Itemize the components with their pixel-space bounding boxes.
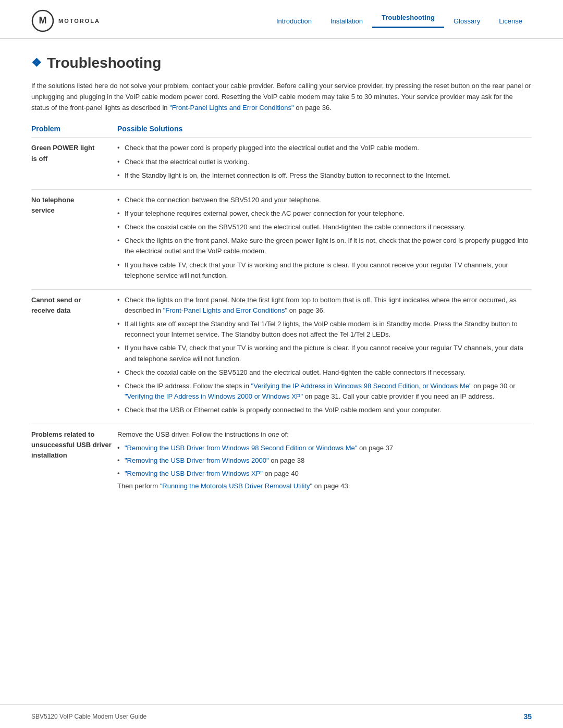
list-item: Check the coaxial cable on the SBV5120 a…	[117, 222, 532, 232]
nav-license[interactable]: License	[489, 17, 532, 25]
list-item: If the Standby light is on, the Internet…	[117, 170, 532, 181]
col-problem-header: Problem	[31, 125, 117, 138]
table-row: Green POWER lightis off Check that the p…	[31, 138, 532, 189]
problem-label: Green POWER lightis off	[31, 138, 117, 189]
list-item: If you have cable TV, check that your TV…	[117, 343, 532, 364]
page-title: Troubleshooting	[47, 55, 161, 71]
page-header: M MOTOROLA Introduction Installation Tro…	[0, 0, 563, 39]
main-content: ❖ Troubleshooting If the solutions liste…	[0, 39, 563, 521]
verifying-ip-98-link[interactable]: "Verifying the IP Address in Windows 98 …	[251, 382, 472, 390]
svg-text:M: M	[39, 15, 47, 26]
col-solutions-header: Possible Solutions	[117, 125, 532, 138]
list-item: Check the lights on the front panel. Not…	[117, 295, 532, 316]
plain-text: Then perform "Running the Motorola USB D…	[117, 481, 532, 491]
table-row: Problems related to unsuccessful USB dri…	[31, 424, 532, 500]
front-panel-link[interactable]: "Front-Panel Lights and Error Conditions…	[169, 104, 293, 112]
motorola-logo-icon: M	[31, 9, 54, 32]
remove-usb-2000-link[interactable]: "Removing the USB Driver from Windows 20…	[125, 456, 269, 464]
troubleshooting-table: Problem Possible Solutions Green POWER l…	[31, 125, 532, 500]
list-item: Check the IP address. Follow the steps i…	[117, 381, 532, 402]
logo-text: MOTOROLA	[58, 18, 100, 24]
title-bullet-icon: ❖	[31, 56, 42, 70]
logo-area: M MOTOROLA	[31, 9, 100, 32]
remove-usb-xp-link[interactable]: "Removing the USB Driver from Windows XP…	[125, 470, 263, 477]
top-nav: Introduction Installation Troubleshootin…	[267, 14, 532, 28]
list-item: "Removing the USB Driver from Windows 98…	[117, 443, 532, 453]
list-item: If your telephone requires external powe…	[117, 208, 532, 219]
footer-doc-title: SBV5120 VoIP Cable Modem User Guide	[31, 713, 146, 720]
list-item: "Removing the USB Driver from Windows XP…	[117, 468, 532, 479]
remove-usb-98-link[interactable]: "Removing the USB Driver from Windows 98…	[125, 444, 357, 452]
solutions-col: Check the connection between the SBV5120…	[117, 189, 532, 289]
list-item: If you have cable TV, check that your TV…	[117, 260, 532, 281]
list-item: "Removing the USB Driver from Windows 20…	[117, 455, 532, 466]
nav-installation[interactable]: Installation	[321, 17, 372, 25]
problem-label: No telephoneservice	[31, 189, 117, 289]
problem-label: Cannot send orreceive data	[31, 289, 117, 424]
problem-label: Problems related to unsuccessful USB dri…	[31, 424, 117, 500]
solutions-col: Remove the USB driver. Follow the instru…	[117, 424, 532, 500]
footer-page-number: 35	[523, 712, 532, 721]
plain-text: Remove the USB driver. Follow the instru…	[117, 429, 532, 440]
page-title-area: ❖ Troubleshooting	[31, 55, 532, 71]
front-panel-lights-link[interactable]: "Front-Panel Lights and Error Conditions…	[163, 306, 287, 314]
nav-introduction[interactable]: Introduction	[267, 17, 321, 25]
page-footer: SBV5120 VoIP Cable Modem User Guide 35	[0, 705, 563, 728]
verifying-ip-2000-link[interactable]: "Verifying the IP Address in Windows 200…	[125, 392, 303, 400]
table-row: No telephoneservice Check the connection…	[31, 189, 532, 289]
running-utility-link[interactable]: "Running the Motorola USB Driver Removal…	[160, 482, 312, 490]
solutions-col: Check the lights on the front panel. Not…	[117, 289, 532, 424]
list-item: Check that the USB or Ethernet cable is …	[117, 405, 532, 415]
list-item: Check that the electrical outlet is work…	[117, 157, 532, 167]
list-item: If all lights are off except the Standby…	[117, 319, 532, 340]
list-item: Check that the power cord is properly pl…	[117, 143, 532, 153]
solutions-col: Check that the power cord is properly pl…	[117, 138, 532, 189]
list-item: Check the lights on the front panel. Mak…	[117, 236, 532, 256]
nav-troubleshooting[interactable]: Troubleshooting	[372, 14, 444, 28]
intro-paragraph: If the solutions listed here do not solv…	[31, 81, 532, 113]
nav-glossary[interactable]: Glossary	[444, 17, 489, 25]
table-row: Cannot send orreceive data Check the lig…	[31, 289, 532, 424]
list-item: Check the connection between the SBV5120…	[117, 195, 532, 205]
list-item: Check the coaxial cable on the SBV5120 a…	[117, 367, 532, 378]
